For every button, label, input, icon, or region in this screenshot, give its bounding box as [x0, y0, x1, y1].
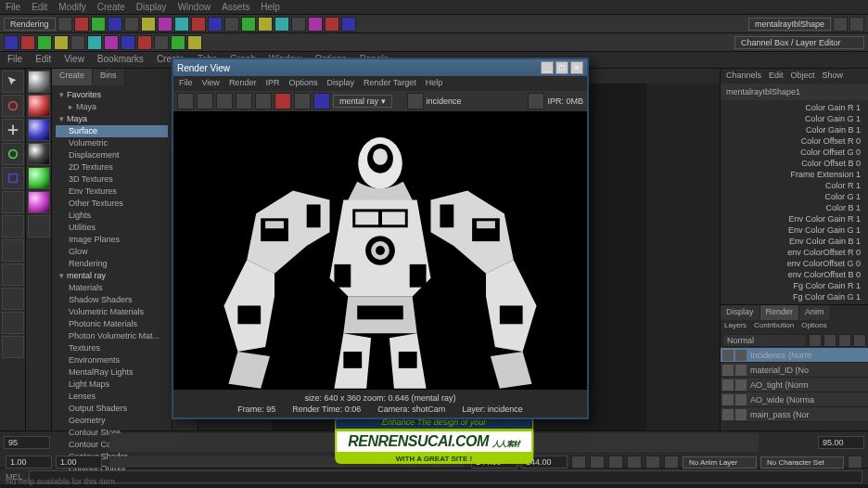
menu-window[interactable]: Window [178, 2, 211, 12]
tree-item[interactable]: Shadow Shaders [56, 294, 168, 306]
pmenu-bookmarks[interactable]: Bookmarks [97, 54, 144, 66]
shelf-btn[interactable] [104, 35, 119, 50]
render-layer-item[interactable]: AO_wide (Norma [721, 392, 868, 407]
shader-swatch[interactable] [28, 167, 50, 189]
pmenu-view[interactable]: View [64, 54, 84, 66]
layer-render-toggle[interactable] [735, 379, 747, 391]
window-titlebar[interactable]: Render View _ □ × [173, 59, 587, 76]
shader-swatch[interactable] [28, 191, 50, 213]
maximize-icon[interactable]: □ [555, 61, 568, 74]
tree-item[interactable]: ▸Maya [56, 101, 168, 113]
shelf-icon[interactable] [308, 17, 323, 32]
shelf-btn[interactable] [87, 35, 102, 50]
shelf-icon[interactable] [849, 17, 864, 32]
rvm-view[interactable]: View [202, 78, 220, 89]
rvm-help[interactable]: Help [426, 78, 443, 89]
shelf-btn[interactable] [37, 35, 52, 50]
rvm-display[interactable]: Display [326, 78, 354, 89]
channel-attr[interactable]: env ColorOffset G 0 [722, 258, 866, 269]
step-back-icon[interactable] [590, 456, 605, 469]
tree-item[interactable]: Volumetric [56, 137, 168, 149]
layer-icon[interactable] [407, 93, 424, 109]
tree-item[interactable]: Displacement [56, 149, 168, 161]
view-persp[interactable] [2, 288, 24, 310]
tab-create[interactable]: Create [52, 69, 93, 85]
scale-tool[interactable] [2, 167, 24, 189]
channel-attr[interactable]: env ColorOffset B 0 [722, 269, 866, 280]
rewind-icon[interactable] [571, 456, 586, 469]
shelf-btn[interactable] [20, 35, 35, 50]
channel-attr[interactable]: Color Offset B 0 [722, 158, 866, 169]
tree-item[interactable]: Image Planes [56, 234, 168, 246]
ltab-display[interactable]: Display [721, 305, 760, 320]
rvm-file[interactable]: File [179, 78, 193, 89]
minimize-icon[interactable]: _ [541, 61, 554, 74]
menu-display[interactable]: Display [136, 2, 167, 12]
no-anim-layer[interactable]: No Anim Layer [683, 456, 757, 469]
shelf-btn[interactable] [70, 35, 85, 50]
shelf-icon[interactable] [274, 17, 289, 32]
lmenu-layers[interactable]: Layers [724, 321, 747, 332]
snapshot-icon[interactable] [216, 93, 233, 109]
view-four[interactable] [2, 263, 24, 286]
render-layer-item[interactable]: main_pass (Nor [721, 407, 868, 422]
shelf-icon[interactable] [291, 17, 306, 32]
shelf-btn[interactable] [154, 35, 169, 50]
shelf-icon[interactable] [208, 17, 223, 32]
autokey-icon[interactable] [848, 456, 862, 469]
shelf-btn[interactable] [137, 35, 152, 50]
layer-vis-toggle[interactable] [722, 350, 734, 361]
view-outliner[interactable] [2, 312, 24, 334]
render-region-icon[interactable] [197, 93, 213, 109]
channel-attr[interactable]: Color Offset G 0 [722, 147, 866, 158]
shelf-icon[interactable] [74, 17, 89, 32]
tree-item[interactable]: Materials [56, 282, 168, 294]
step-fwd-icon[interactable] [645, 456, 660, 469]
layer-icon[interactable] [838, 334, 851, 347]
render-layer-item[interactable]: AO_tight (Norm [721, 378, 868, 392]
channel-attr[interactable]: Color G 1 [722, 191, 866, 202]
channel-attr[interactable]: Color Gain G 1 [722, 113, 866, 124]
lmenu-contrib[interactable]: Contribution [754, 321, 794, 332]
shader-swatch[interactable] [28, 119, 50, 141]
view-single[interactable] [2, 239, 24, 262]
node-name[interactable]: mentalrayIblShape1 [721, 83, 868, 100]
rotate-tool[interactable] [2, 143, 24, 165]
tree-item[interactable]: 3D Textures [56, 173, 168, 186]
channel-attr[interactable]: Color Gain R 1 [722, 102, 866, 113]
tree-item[interactable]: Environments [56, 354, 168, 366]
render-image[interactable] [173, 111, 587, 390]
layer-render-toggle[interactable] [735, 394, 747, 405]
shelf-btn[interactable] [121, 35, 135, 50]
render-layer-item[interactable]: Incidence (Norm [721, 348, 868, 363]
shader-swatch[interactable] [28, 143, 50, 165]
tree-item[interactable]: 2D Textures [56, 161, 168, 173]
rvm-options[interactable]: Options [288, 78, 317, 89]
layer-vis-toggle[interactable] [722, 365, 734, 376]
shelf-icon[interactable] [174, 17, 189, 32]
layer-icon[interactable] [853, 334, 866, 347]
tree-item[interactable]: Light Maps [56, 379, 168, 391]
channel-attr[interactable]: Color Gain B 1 [722, 124, 866, 135]
soft-tool[interactable] [2, 215, 24, 238]
view-hyper[interactable] [2, 336, 24, 358]
play-back-icon[interactable] [608, 456, 623, 469]
tree-item[interactable]: ▾Maya [56, 113, 168, 125]
play-fwd-icon[interactable] [627, 456, 642, 469]
tree-item[interactable]: Other Textures [56, 198, 168, 210]
shelf-icon[interactable] [57, 17, 72, 32]
select-tool[interactable] [2, 71, 24, 93]
channel-attr[interactable]: Env Color Gain G 1 [722, 225, 866, 236]
renderer-dropdown[interactable]: mental ray ▾ [333, 95, 392, 108]
shelf-icon[interactable] [258, 17, 273, 32]
tree-item[interactable]: Glow [56, 246, 168, 258]
shelf-icon[interactable] [224, 17, 239, 32]
pmenu-file[interactable]: File [7, 54, 22, 66]
alpha-icon[interactable] [294, 93, 311, 109]
shelf-btn[interactable] [54, 35, 69, 50]
menu-assets[interactable]: Assets [222, 2, 249, 12]
shelf-icon[interactable] [341, 17, 356, 32]
shelf-icon[interactable] [191, 17, 206, 32]
tree-item[interactable]: Output Shaders [56, 403, 168, 415]
globals-icon[interactable] [313, 93, 330, 109]
